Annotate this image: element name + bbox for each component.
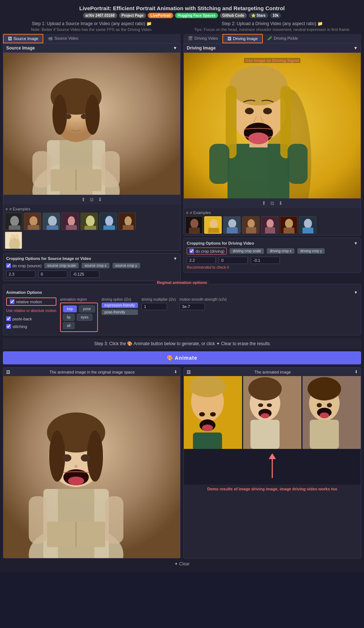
svg-rect-69 (265, 227, 275, 234)
badge-huggingface[interactable]: Hugging Face Spaces (175, 13, 218, 18)
driving-option-group: driving option (i2v) expression-friendly… (102, 297, 138, 315)
step3-bar: Step 3: Click the 🎨 Animate button below… (3, 338, 361, 349)
svg-marker-118 (269, 453, 276, 459)
source-example-2[interactable] (24, 213, 41, 230)
download-icon[interactable]: ⬇ (98, 197, 102, 203)
driving-download-icon[interactable]: ⬇ (278, 200, 283, 206)
motion-smooth-input[interactable] (179, 303, 205, 310)
source-crop-y-badge[interactable]: source crop y (112, 263, 140, 268)
pose-friendly-btn[interactable]: pose-friendly (102, 309, 138, 315)
badge-liveportrait[interactable]: LivePortrait (148, 13, 173, 18)
driving-x-input[interactable] (219, 257, 248, 264)
paste-back-label[interactable]: paste-back (6, 316, 56, 321)
driving-example-4[interactable] (242, 216, 260, 234)
animate-button[interactable]: 🎨 Animate (3, 351, 361, 364)
source-panel-menu-icon[interactable]: ▼ (173, 46, 177, 51)
source-example-7[interactable] (118, 213, 136, 230)
demo-arrow-container (184, 449, 361, 485)
source-example-5[interactable] (80, 213, 98, 230)
badge-project[interactable]: Project Page (119, 13, 146, 18)
driving-example-7[interactable] (299, 216, 316, 234)
svg-point-56 (190, 219, 198, 228)
driving-do-crop-label[interactable]: do crop (driving) (187, 248, 227, 254)
driving-scale-input-group (187, 257, 216, 264)
badge-github[interactable]: Github Code (220, 13, 247, 18)
clear-button[interactable]: ✦ Clear (174, 561, 190, 566)
source-example-3[interactable] (43, 213, 60, 230)
driving-y-input[interactable] (251, 257, 280, 264)
driving-do-crop-checkbox[interactable] (189, 249, 194, 253)
source-example-4[interactable] (62, 213, 79, 230)
region-btn-lip[interactable]: lip (63, 314, 75, 321)
tab-driving-image[interactable]: 🖼 Driving Image (222, 34, 263, 43)
badge-stars-count: 10k (270, 13, 281, 18)
driving-multiplier-input[interactable] (142, 303, 167, 310)
expression-friendly-btn[interactable]: expression-friendly (102, 303, 138, 308)
clear-section[interactable]: ✦ Clear (3, 558, 361, 569)
driving-pickle-icon: 🥒 (267, 36, 272, 41)
source-do-crop-label[interactable]: do crop (source) (6, 263, 41, 268)
driving-crop-scale-badge[interactable]: driving crop scale (230, 248, 264, 254)
svg-point-95 (189, 376, 226, 397)
tab-source-video[interactable]: 📹 Source Video (43, 34, 83, 43)
source-example-1[interactable] (5, 213, 22, 230)
tab-driving-pickle[interactable]: 🥒 Driving Pickle (263, 34, 302, 43)
copy-icon[interactable]: ⧉ (90, 197, 94, 203)
animation-region-container: animation region exp pose lip eyes all (60, 297, 98, 332)
region-row-1: exp pose (63, 305, 95, 312)
svg-point-65 (248, 219, 255, 228)
badge-arxiv[interactable]: arXiv 2407.03168 (83, 13, 117, 18)
svg-rect-12 (102, 151, 120, 187)
source-example-alpaca[interactable] (5, 232, 22, 249)
source-example-6[interactable] (99, 213, 117, 230)
source-x-input[interactable] (38, 270, 67, 278)
source-image-area[interactable]: Image × (3, 53, 180, 195)
upload-icon[interactable]: ⬆ (81, 197, 86, 203)
driving-copy-icon[interactable]: ⧉ (270, 200, 274, 206)
region-btn-all[interactable]: all (63, 322, 75, 329)
svg-point-82 (49, 431, 65, 482)
source-crop-x-badge[interactable]: source crop x (82, 263, 109, 268)
output-1-download-icon[interactable]: ⬇ (174, 370, 177, 374)
output-2-header: 🖼 The animated image ⬇ (184, 368, 361, 376)
driving-crop-x-badge[interactable]: driving crop x (267, 248, 294, 254)
driving-example-3[interactable] (223, 216, 241, 234)
driving-example-1[interactable] (185, 216, 203, 234)
tab-source-image[interactable]: 🖼 Source Image (3, 34, 43, 43)
animation-collapse-icon[interactable]: ▼ (354, 290, 358, 295)
source-scale-input-group (6, 270, 35, 278)
source-y-input[interactable] (70, 270, 99, 278)
source-do-crop-checkbox[interactable] (6, 263, 11, 268)
svg-point-16 (10, 216, 19, 226)
driving-y-input-group (251, 257, 280, 264)
driving-example-2[interactable] (204, 216, 222, 234)
demo-annotation-text: Demo results of image driving image, ima… (184, 485, 361, 493)
source-crop-scale-badge[interactable]: source crop scale (44, 263, 79, 268)
region-btn-pose[interactable]: pose (79, 305, 95, 312)
driving-annotation-arrow: ↓ (270, 64, 274, 72)
source-scale-input[interactable] (6, 270, 35, 278)
driving-example-5[interactable] (261, 216, 278, 234)
paste-back-checkbox[interactable] (6, 316, 11, 321)
relative-motion-label[interactable]: relative motion (6, 297, 56, 306)
driving-example-6[interactable] (280, 216, 297, 234)
driving-multiplier-group: driving multiplier (i2v) (142, 297, 176, 310)
stitching-label[interactable]: stitching (6, 324, 56, 329)
driving-scale-input[interactable] (187, 257, 216, 264)
driving-upload-icon[interactable]: ⬆ (262, 200, 266, 206)
animation-region-box: exp pose lip eyes all (60, 303, 98, 332)
driving-crop-y-badge[interactable]: driving crop y (297, 248, 325, 254)
output-2-download-icon[interactable]: ⬇ (355, 370, 358, 374)
relative-motion-checkbox[interactable] (10, 299, 15, 304)
driving-woman-svg (184, 53, 361, 198)
svg-point-59 (210, 219, 218, 229)
svg-rect-11 (32, 151, 51, 187)
region-btn-exp[interactable]: exp (63, 305, 77, 312)
driving-image-area[interactable]: Image × Use Image as Driving Signal ↓ (184, 53, 361, 198)
stitching-checkbox[interactable] (6, 324, 11, 329)
source-crop-collapse-icon[interactable]: ▼ (173, 256, 177, 261)
driving-crop-collapse-icon[interactable]: ▼ (354, 241, 358, 245)
region-btn-eyes[interactable]: eyes (77, 314, 92, 321)
tab-driving-video[interactable]: 🎬 Driving Video (183, 34, 222, 43)
driving-panel-menu-icon[interactable]: ▼ (353, 46, 358, 51)
